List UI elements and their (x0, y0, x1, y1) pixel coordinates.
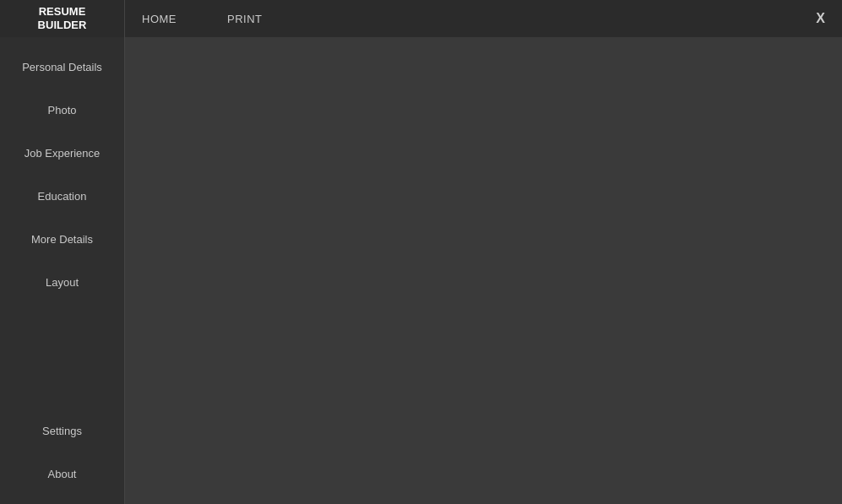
sidebar-item-education[interactable]: Education (0, 175, 124, 218)
nav-print[interactable]: PRINT (227, 13, 263, 25)
logo[interactable]: RESUMEBUILDER (0, 0, 125, 37)
nav-home[interactable]: HOME (142, 13, 177, 25)
sidebar-main-items: Personal Details Photo Job Experience Ed… (0, 37, 124, 409)
header-nav: HOME PRINT (125, 13, 799, 25)
sidebar-item-layout[interactable]: Layout (0, 261, 124, 304)
sidebar-item-photo[interactable]: Photo (0, 89, 124, 132)
header: RESUMEBUILDER HOME PRINT X (0, 0, 842, 37)
sidebar-bottom-items: Settings About (0, 409, 124, 504)
sidebar: Personal Details Photo Job Experience Ed… (0, 37, 125, 504)
close-button[interactable]: X (799, 11, 842, 26)
sidebar-item-more-details[interactable]: More Details (0, 218, 124, 261)
sidebar-item-settings[interactable]: Settings (0, 409, 124, 453)
sidebar-item-personal-details[interactable]: Personal Details (0, 46, 124, 89)
main-content (125, 37, 842, 504)
sidebar-item-job-experience[interactable]: Job Experience (0, 132, 124, 175)
sidebar-item-about[interactable]: About (0, 453, 124, 496)
logo-text: RESUMEBUILDER (38, 5, 87, 31)
